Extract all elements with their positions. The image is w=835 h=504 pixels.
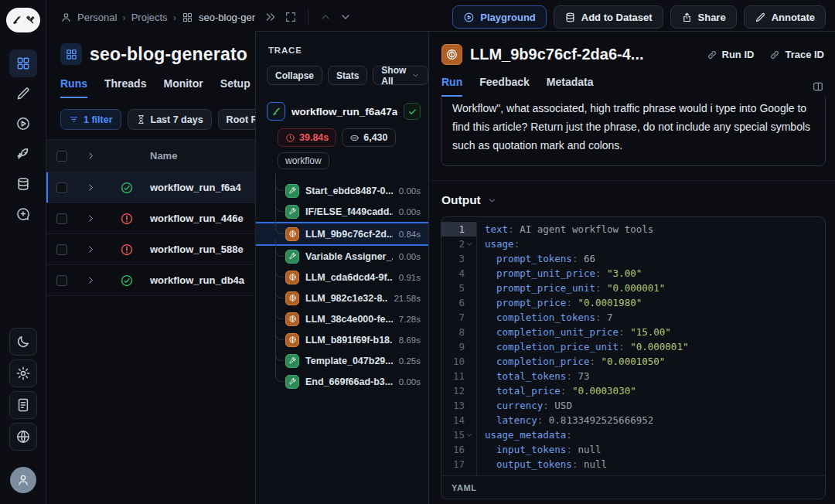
gutter-line: 7 [441,310,476,325]
collapse-button[interactable]: Collapse [267,66,322,85]
collapse-panel-icon[interactable] [264,11,277,23]
table-row[interactable]: workflow_run_588e [46,234,255,265]
table-row[interactable]: workflow_run_446e [46,203,255,234]
trace-pane-controls [255,9,352,25]
tab-monitor[interactable]: Monitor [163,77,203,98]
run-name: workflow_run_db4a [150,274,255,286]
code-key: output_tokens [496,458,572,470]
langsmith-logo[interactable] [6,8,40,32]
code-line: latency: 0.8133492525666952 [485,413,825,427]
table-row[interactable]: workflow_run_db4a [46,265,255,296]
code-line: usage_metadata: [485,427,825,442]
code-scroll-area[interactable]: 1234567891011121314151617 text: AI agent… [441,217,825,475]
gutter-line: 1 [441,222,476,237]
run-detail-body: to write an article. Based on the articl… [429,97,835,504]
code-key: prompt_price [496,297,566,308]
detail-tab-metadata[interactable]: Metadata [547,76,594,97]
user-avatar[interactable] [10,467,36,493]
detail-tab-feedback[interactable]: Feedback [479,76,530,97]
trace-node-time: 0.91s [399,273,421,282]
tab-runs[interactable]: Runs [60,77,87,98]
code-colon: : [589,356,595,367]
document-icon [15,397,31,413]
chevron-up-icon[interactable] [319,11,332,23]
code-key: input_tokens [496,444,566,455]
tab-threads[interactable]: Threads [104,77,146,98]
trace-node-time: 21.58s [394,294,421,303]
select-all-checkbox[interactable] [56,151,67,162]
share-button[interactable]: Share [670,5,737,29]
side-panel-icon[interactable] [405,44,418,56]
code-colon: : [543,400,549,411]
code-key: usage_metadata [485,429,566,441]
code-line: prompt_price: "0.0001980" [485,295,825,310]
wrench-icon [288,207,297,216]
run-id-label: Run ID [722,49,755,60]
filter-count-chip[interactable]: 1 filter [60,109,121,130]
breadcrumb-project-name[interactable]: seo-blog-genera [199,12,255,23]
row-checkbox[interactable] [56,244,67,255]
trace-root[interactable]: workflow_run_f6a47ae... 39.84s 6,430 wor… [256,85,428,169]
app-window: Personal › Projects › seo-blog-genera Pl… [0,0,835,504]
fold-spacer [465,314,473,322]
add-to-dataset-button[interactable]: Add to Dataset [554,5,663,29]
sidebar-item-deployments[interactable] [9,140,37,168]
sidebar-item-datasets[interactable] [9,170,37,198]
row-checkbox-cell [46,275,77,286]
output-section-header[interactable]: Output [441,181,826,216]
show-all-dropdown[interactable]: Show All [373,66,428,85]
bird-icon [11,14,23,26]
trace-root-name[interactable]: workflow_run_f6a47ae... [291,106,397,117]
wrench-icon [288,252,297,261]
annotate-label: Annotate [772,12,815,23]
row-checkbox[interactable] [56,182,67,193]
trace-node[interactable]: End_669f66ad-b3...0.00s [256,371,428,392]
dark-mode-toggle[interactable] [9,328,37,356]
code-key: currency [496,400,543,411]
sidebar-item-feedback[interactable] [9,200,37,228]
trace-id-link[interactable]: Trace ID [769,49,824,60]
input-text: Workflow", what associated, high traffic… [452,99,814,155]
workflow-tag: workflow [278,152,329,169]
updown-arrows-icon[interactable] [482,483,491,492]
fold-chevron-icon[interactable] [465,431,473,439]
trace-controls: Collapse Stats Show All [256,56,428,85]
row-checkbox[interactable] [56,275,67,286]
sidebar-item-annotation[interactable] [9,80,37,107]
chevron-right-icon[interactable] [86,151,96,161]
sidebar-item-projects[interactable] [9,49,37,77]
gutter-line: 5 [441,281,476,295]
row-expand-cell [77,244,104,254]
row-checkbox[interactable] [56,213,67,224]
gutter-line: 3 [441,251,476,266]
docs-button[interactable] [9,391,37,419]
root-runs-toggle[interactable]: Root Runs [218,109,255,130]
sidebar-item-playground[interactable] [9,110,37,138]
date-range-chip[interactable]: Last 7 days [128,109,212,130]
settings-button[interactable] [9,359,37,387]
code-line: output_tokens: null [485,457,825,472]
playground-button[interactable]: Playground [452,5,547,29]
input-text-box[interactable]: to write an article. Based on the articl… [441,97,826,166]
code-value: "0.0001980" [578,297,642,308]
fold-chevron-icon[interactable] [465,240,473,248]
code-value: "0.0003030" [572,385,636,397]
run-id-link[interactable]: Run ID [707,49,755,60]
fold-spacer [465,343,473,351]
brain-icon [288,273,297,281]
check-icon [407,107,418,117]
breadcrumb-personal[interactable]: Personal [77,12,117,23]
web-button[interactable] [9,423,37,451]
table-row[interactable]: workflow_run_f6a4 [46,172,255,203]
code-colon: : [561,385,567,397]
breadcrumb-projects[interactable]: Projects [131,12,168,23]
expand-icon[interactable] [285,11,297,23]
row-status-cell [104,212,150,226]
detail-tab-run[interactable]: Run [441,76,462,97]
trace-node-time: 8.69s [399,335,421,345]
chevron-down-icon[interactable] [339,11,352,23]
runs-table-body: workflow_run_f6a4workflow_run_446eworkfl… [46,172,255,296]
stats-button[interactable]: Stats [328,66,367,85]
annotate-button[interactable]: Annotate [744,5,826,29]
tab-setup[interactable]: Setup [220,77,250,98]
